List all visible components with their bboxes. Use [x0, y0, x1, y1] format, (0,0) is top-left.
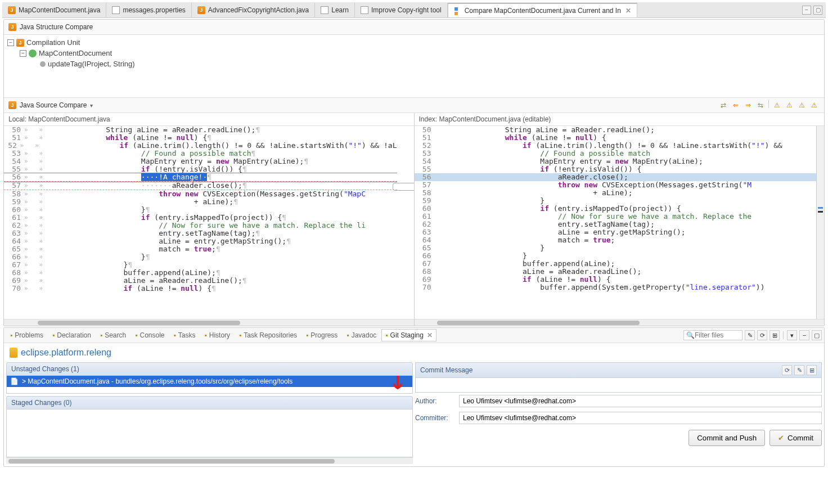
- author-input[interactable]: [459, 395, 822, 407]
- staging-tool-button[interactable]: ⊞: [770, 330, 780, 340]
- view-tab-problems[interactable]: ▪Problems: [6, 329, 47, 341]
- tree-collapse-icon[interactable]: −: [7, 39, 14, 46]
- editor-tab[interactable]: Learn: [315, 3, 355, 17]
- commit-message-header: Commit Message ⟳ ✎ ⊞: [415, 362, 822, 378]
- commit-message-input[interactable]: [415, 378, 822, 393]
- staging-tool-button[interactable]: ✎: [745, 330, 755, 340]
- view-tab-search[interactable]: ▪Search: [96, 329, 130, 341]
- copy-all-left-button[interactable]: ⇄: [718, 100, 729, 110]
- signoff-button[interactable]: ✎: [794, 365, 804, 375]
- view-tab-task-repositories[interactable]: ▪Task Repositories: [235, 329, 301, 341]
- repo-name: eclipse.platform.releng: [4, 343, 824, 362]
- views-toolbar: 🔍✎⟳⊞▾−▢: [683, 330, 822, 340]
- java-file-icon: [16, 39, 24, 47]
- maximize-view-button[interactable]: ▢: [812, 330, 822, 340]
- minimize-button[interactable]: −: [802, 6, 811, 15]
- maximize-button[interactable]: ▢: [813, 6, 822, 15]
- views-tabbar: ▪Problems▪Declaration▪Search▪Console▪Tas…: [4, 328, 824, 343]
- next-diff-button[interactable]: ⚠: [771, 100, 782, 110]
- view-tab-console[interactable]: ▪Console: [131, 329, 168, 341]
- view-tab-git-staging[interactable]: ▪Git Staging✕: [381, 329, 436, 341]
- dropdown-icon[interactable]: ▾: [90, 102, 93, 109]
- right-code[interactable]: 50 String aLine = aReader.readLine();51 …: [415, 126, 817, 319]
- editor-tab[interactable]: Compare MapContentDocument.java Current …: [448, 3, 637, 17]
- left-code[interactable]: 50» » String aLine = aReader.readLine();…: [4, 126, 397, 319]
- left-pane: Local: MapContentDocument.java 50» » Str…: [4, 113, 415, 326]
- editor-window-controls: −▢: [799, 6, 826, 15]
- copy-right-button[interactable]: ⇒: [742, 100, 754, 110]
- prev-diff-button[interactable]: ⚠: [784, 100, 795, 110]
- tree-class-label[interactable]: MapContentDocument: [39, 49, 112, 57]
- txt-icon: [321, 6, 328, 14]
- view-icon: ▪: [174, 331, 176, 339]
- copy-left-button[interactable]: ⇐: [730, 100, 741, 110]
- java-icon: [8, 23, 16, 31]
- compare-toolbar: ⇄ ⇐ ⇒ ⇆ ⚠ ⚠ ⚠ ⚠: [718, 100, 820, 110]
- view-tab-javadoc[interactable]: ▪Javadoc: [343, 329, 380, 341]
- prop-icon: [112, 6, 120, 14]
- minimize-view-button[interactable]: −: [799, 330, 809, 340]
- left-pane-title: Local: MapContentDocument.java: [4, 113, 414, 126]
- compare-panes: Local: MapContentDocument.java 50» » Str…: [4, 113, 824, 326]
- source-compare-header: Java Source Compare ▾ ⇄ ⇐ ⇒ ⇆ ⚠ ⚠ ⚠ ⚠: [4, 98, 824, 113]
- right-pane: Index: MapContentDocument.java (editable…: [415, 113, 825, 326]
- class-icon: [29, 50, 37, 57]
- source-compare-label: Java Source Compare: [20, 101, 87, 109]
- staged-hscroll[interactable]: [6, 457, 413, 464]
- editor-tab[interactable]: AdvancedFixCopyrightAction.java: [192, 3, 315, 17]
- compare-icon: [454, 7, 462, 15]
- view-tab-history[interactable]: ▪History: [200, 329, 234, 341]
- view-icon: ▪: [204, 331, 206, 339]
- view-tab-declaration[interactable]: ▪Declaration: [48, 329, 95, 341]
- right-pane-title: Index: MapContentDocument.java (editable…: [415, 113, 825, 126]
- search-icon: 🔍: [686, 331, 695, 339]
- filter-files-input[interactable]: 🔍: [683, 330, 742, 340]
- next-change-button[interactable]: ⚠: [796, 100, 807, 110]
- commit-button[interactable]: ✔Commit: [770, 430, 822, 446]
- tree-collapse-icon[interactable]: −: [20, 50, 26, 57]
- right-hscroll[interactable]: [415, 319, 825, 326]
- editor-tab[interactable]: messages.properties: [106, 3, 191, 17]
- author-label: Author:: [415, 397, 456, 405]
- editor-tab[interactable]: MapContentDocument.java: [2, 3, 106, 17]
- tab-label: Compare MapContentDocument.java Current …: [465, 7, 621, 15]
- structure-tree[interactable]: − Compilation Unit − MapContentDocument …: [4, 35, 824, 98]
- tab-label: messages.properties: [123, 6, 185, 14]
- close-icon[interactable]: ✕: [626, 7, 631, 15]
- amend-button[interactable]: ⟳: [782, 365, 792, 375]
- copy-all-right-button[interactable]: ⇆: [755, 100, 766, 110]
- git-staging: Unstaged Changes (1) 📄 > MapContentDocum…: [4, 362, 824, 466]
- tab-label: Improve Copy-right tool: [371, 6, 442, 14]
- bottom-panel: ▪Problems▪Declaration▪Search▪Console▪Tas…: [3, 327, 825, 467]
- java-icon: [197, 6, 205, 14]
- unstaged-file-row[interactable]: 📄 > MapContentDocument.java - bundles/or…: [7, 376, 412, 387]
- java-icon: [8, 101, 16, 109]
- repo-icon: [10, 348, 17, 358]
- staged-header: Staged Changes (0): [6, 396, 413, 410]
- editor-tab[interactable]: Improve Copy-right tool: [355, 3, 448, 17]
- tab-label: AdvancedFixCopyrightAction.java: [208, 6, 309, 14]
- view-tab-tasks[interactable]: ▪Tasks: [170, 329, 200, 341]
- prev-change-button[interactable]: ⚠: [808, 100, 820, 110]
- link-gutter: [397, 126, 414, 319]
- commit-and-push-button[interactable]: Commit and Push: [688, 430, 765, 446]
- compare-editor: Java Structure Compare − Compilation Uni…: [3, 19, 825, 326]
- view-tab-progress[interactable]: ▪Progress: [302, 329, 341, 341]
- method-icon: [40, 61, 46, 67]
- view-icon: ▪: [346, 331, 349, 339]
- overview-ruler[interactable]: [816, 126, 824, 319]
- structure-compare-header: Java Structure Compare: [4, 20, 824, 35]
- tree-method-label[interactable]: updateTag(IProject, String): [48, 60, 135, 68]
- view-icon: ▪: [385, 331, 388, 339]
- java-icon: [8, 6, 16, 14]
- txt-icon: [361, 6, 368, 14]
- tree-root-label[interactable]: Compilation Unit: [26, 38, 80, 47]
- left-hscroll[interactable]: [4, 319, 414, 326]
- view-menu-button[interactable]: ▾: [787, 330, 797, 340]
- unstaged-header: Unstaged Changes (1): [6, 362, 413, 376]
- structure-compare-title: Java Structure Compare: [20, 23, 93, 31]
- committer-input[interactable]: [459, 412, 822, 424]
- close-icon[interactable]: ✕: [427, 331, 433, 339]
- changeid-button[interactable]: ⊞: [807, 365, 817, 375]
- staging-tool-button[interactable]: ⟳: [757, 330, 767, 340]
